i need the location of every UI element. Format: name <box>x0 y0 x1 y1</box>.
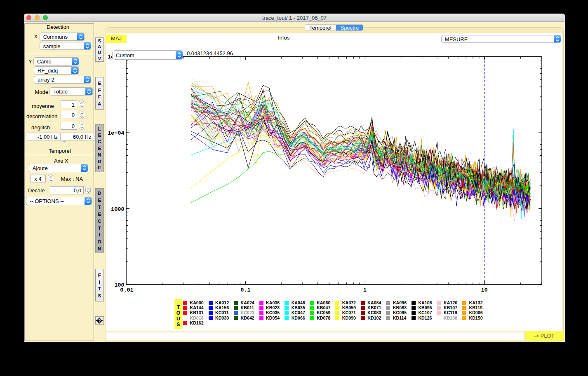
svg-text:0.1: 0.1 <box>240 287 250 293</box>
svg-text:1e+04: 1e+04 <box>108 130 125 136</box>
svg-text:10: 10 <box>481 287 487 293</box>
svg-text:1000: 1000 <box>111 206 124 213</box>
svg-text:1: 1 <box>363 287 367 293</box>
svg-text:?: ? <box>98 318 101 323</box>
svg-text:100: 100 <box>114 282 124 288</box>
